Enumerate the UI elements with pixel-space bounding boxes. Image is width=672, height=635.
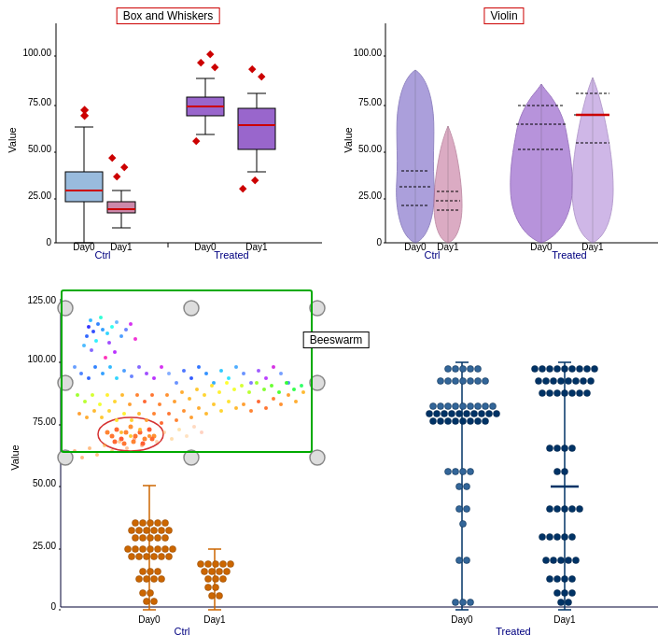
svg-point-376 [464,557,470,564]
svg-point-253 [162,430,166,434]
svg-point-216 [122,412,126,416]
svg-text:100.00: 100.00 [353,48,382,58]
svg-point-207 [285,381,288,385]
svg-point-188 [143,400,147,403]
svg-point-140 [113,440,118,444]
svg-point-363 [468,418,474,425]
svg-point-191 [165,393,169,397]
svg-point-126 [133,337,137,341]
svg-text:◆: ◆ [211,61,219,72]
svg-point-354 [471,411,478,417]
svg-point-232 [242,402,245,406]
svg-point-313 [224,569,231,575]
svg-point-145 [119,430,123,434]
svg-point-316 [220,576,227,583]
svg-point-211 [85,416,89,419]
svg-point-209 [300,384,303,388]
svg-point-275 [147,535,154,542]
svg-point-264 [147,520,154,527]
svg-point-334 [453,378,459,385]
svg-text:Treated: Treated [214,249,249,261]
svg-point-202 [247,390,251,394]
svg-point-400 [588,378,595,385]
svg-point-243 [88,446,91,450]
svg-point-430 [554,576,561,583]
svg-point-149 [73,365,77,369]
svg-point-268 [136,528,143,534]
svg-point-373 [464,506,470,513]
svg-point-333 [445,378,452,385]
svg-text:Day0: Day0 [451,614,473,625]
svg-point-174 [257,369,260,373]
svg-point-151 [87,376,91,380]
svg-point-155 [115,376,119,380]
svg-point-109 [91,330,95,333]
svg-point-252 [155,440,159,444]
svg-point-404 [562,390,568,397]
main-container: Box and Whiskers 0 25.00 50.00 75.00 100… [0,0,672,635]
svg-text:Day1: Day1 [110,242,133,252]
svg-point-219 [145,418,148,422]
svg-point-263 [140,520,147,527]
svg-text:50.00: 50.00 [28,144,51,154]
svg-point-196 [203,393,206,397]
svg-point-225 [189,416,193,419]
svg-point-294 [136,576,143,583]
svg-point-157 [130,374,133,378]
svg-text:0: 0 [46,237,51,247]
svg-point-282 [155,546,161,553]
svg-point-273 [133,535,139,542]
svg-point-276 [155,535,161,542]
svg-point-417 [569,506,576,513]
svg-point-179 [76,393,79,397]
svg-point-312 [217,569,223,575]
beeswarm-panel: Beeswarm 0 25.00 50.00 75.00 100.00 125.… [0,280,672,635]
svg-text:100.00: 100.00 [22,48,51,58]
svg-point-185 [120,393,124,397]
svg-point-293 [155,569,161,575]
svg-point-221 [160,421,163,425]
svg-point-220 [152,412,156,416]
svg-point-308 [220,561,227,568]
svg-point-433 [554,590,561,597]
svg-point-161 [160,365,163,369]
svg-point-158 [137,365,141,369]
svg-point-307 [213,561,219,568]
svg-point-267 [129,528,135,534]
svg-text:Day0: Day0 [194,242,217,252]
svg-point-278 [125,546,132,553]
svg-point-419 [539,534,546,541]
svg-point-437 [566,600,572,606]
svg-point-134 [129,425,133,430]
svg-rect-47 [238,108,275,149]
svg-point-201 [240,384,244,388]
svg-text:25.00: 25.00 [28,190,51,201]
svg-point-329 [460,366,467,373]
svg-point-129 [105,430,110,435]
svg-point-391 [584,366,591,373]
svg-point-206 [277,390,281,394]
svg-point-248 [125,446,129,450]
svg-point-204 [262,388,266,391]
svg-point-387 [554,366,561,373]
svg-point-197 [210,384,214,388]
svg-point-295 [144,576,150,583]
svg-point-166 [197,365,201,369]
svg-point-249 [133,437,136,441]
svg-point-115 [94,339,98,343]
svg-point-407 [584,390,591,397]
svg-point-265 [155,520,161,527]
svg-point-445 [58,375,73,390]
svg-point-371 [464,484,470,490]
svg-point-347 [490,403,497,410]
svg-point-210 [77,412,81,416]
svg-point-441 [58,450,73,465]
svg-point-175 [264,376,268,380]
svg-point-299 [147,590,154,597]
svg-point-229 [219,409,223,413]
svg-text:75.00: 75.00 [28,97,51,107]
svg-text:Value: Value [343,127,354,152]
svg-point-339 [430,403,437,410]
svg-point-327 [445,366,452,373]
svg-point-315 [213,576,219,583]
